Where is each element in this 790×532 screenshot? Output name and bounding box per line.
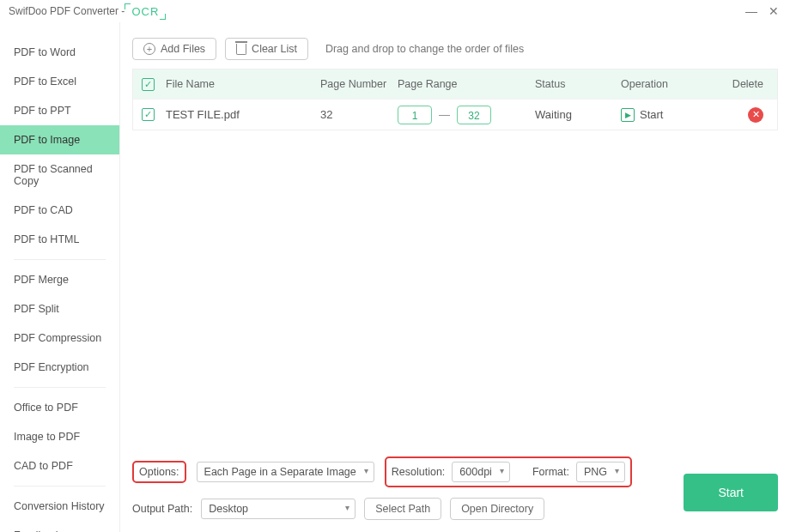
play-icon[interactable]: ▶	[621, 108, 635, 122]
open-directory-button[interactable]: Open Directory	[450, 498, 544, 520]
resolution-format-highlight: Resolution: 600dpi Format: PNG	[385, 456, 632, 487]
status-text: Waiting	[535, 108, 621, 121]
close-icon[interactable]: ✕	[766, 4, 781, 18]
options-highlight: Options:	[132, 461, 186, 483]
page-number: 32	[320, 108, 398, 121]
range-from-input[interactable]: 1	[398, 106, 432, 124]
delete-row-button[interactable]: ✕	[748, 107, 763, 123]
sidebar-item-feedback[interactable]: Feedback	[0, 521, 119, 532]
range-dash: —	[439, 108, 450, 121]
range-to-input[interactable]: 32	[457, 106, 491, 124]
file-table: ✓ File Name Page Number Page Range Statu…	[132, 69, 778, 130]
select-path-button[interactable]: Select Path	[364, 498, 441, 520]
resolution-select[interactable]: 600dpi	[452, 462, 510, 482]
col-filename: File Name	[166, 78, 320, 90]
file-name: TEST FILE.pdf	[166, 108, 320, 121]
table-header: ✓ File Name Page Number Page Range Statu…	[133, 70, 777, 99]
format-select[interactable]: PNG	[576, 462, 625, 482]
sidebar-item-pdf-to-html[interactable]: PDF to HTML	[0, 225, 119, 254]
app-title: SwifDoo PDF Converter -	[9, 5, 125, 17]
sidebar-item-pdf-to-image[interactable]: PDF to Image	[0, 125, 119, 154]
main-panel: + Add Files Clear List Drag and drop to …	[120, 22, 790, 532]
sidebar-item-pdf-to-scanned-copy[interactable]: PDF to Scanned Copy	[0, 154, 119, 196]
drag-hint: Drag and drop to change the order of fil…	[325, 43, 524, 55]
bottom-panel: Options: Each Page in a Separate Image R…	[132, 448, 778, 520]
trash-icon	[236, 44, 246, 55]
table-row: ✓ TEST FILE.pdf 32 1 — 32 Waiting ▶ Star…	[133, 99, 777, 130]
options-select[interactable]: Each Page in a Separate Image	[197, 462, 374, 482]
title-bar: SwifDoo PDF Converter - OCR — ✕	[0, 0, 790, 22]
select-all-checkbox[interactable]: ✓	[142, 78, 155, 91]
resolution-label: Resolution:	[392, 466, 446, 478]
col-operation: Operation	[621, 78, 715, 90]
col-pagerange: Page Range	[398, 78, 535, 90]
sidebar: PDF to WordPDF to ExcelPDF to PPTPDF to …	[0, 22, 120, 532]
clear-list-label: Clear List	[252, 43, 297, 55]
col-pagenum: Page Number	[320, 78, 398, 90]
add-files-button[interactable]: + Add Files	[132, 38, 216, 60]
sidebar-item-image-to-pdf[interactable]: Image to PDF	[0, 422, 119, 451]
sidebar-item-conversion-history[interactable]: Conversion History	[0, 492, 119, 521]
sidebar-item-pdf-compression[interactable]: PDF Compression	[0, 323, 119, 353]
start-button[interactable]: Start	[684, 474, 778, 511]
sidebar-item-pdf-merge[interactable]: PDF Merge	[0, 265, 119, 294]
sidebar-item-pdf-to-ppt[interactable]: PDF to PPT	[0, 96, 119, 125]
sidebar-item-pdf-encryption[interactable]: PDF Encryption	[0, 353, 119, 382]
minimize-icon[interactable]: —	[744, 4, 759, 18]
col-status: Status	[535, 78, 621, 90]
options-label: Options:	[139, 466, 179, 478]
output-path-select[interactable]: Desktop	[201, 499, 356, 519]
add-files-label: Add Files	[161, 43, 205, 55]
plus-icon: +	[143, 43, 155, 55]
clear-list-button[interactable]: Clear List	[225, 38, 308, 60]
row-start-label[interactable]: Start	[640, 108, 663, 121]
sidebar-item-pdf-to-cad[interactable]: PDF to CAD	[0, 196, 119, 225]
output-path-label: Output Path:	[132, 503, 192, 515]
sidebar-item-office-to-pdf[interactable]: Office to PDF	[0, 393, 119, 422]
col-delete: Delete	[715, 78, 769, 90]
sidebar-item-pdf-to-word[interactable]: PDF to Word	[0, 38, 119, 67]
sidebar-item-pdf-split[interactable]: PDF Split	[0, 294, 119, 323]
row-checkbox[interactable]: ✓	[142, 108, 155, 121]
format-label: Format:	[532, 466, 569, 478]
ocr-badge[interactable]: OCR	[128, 5, 162, 18]
sidebar-item-cad-to-pdf[interactable]: CAD to PDF	[0, 451, 119, 481]
sidebar-item-pdf-to-excel[interactable]: PDF to Excel	[0, 67, 119, 96]
